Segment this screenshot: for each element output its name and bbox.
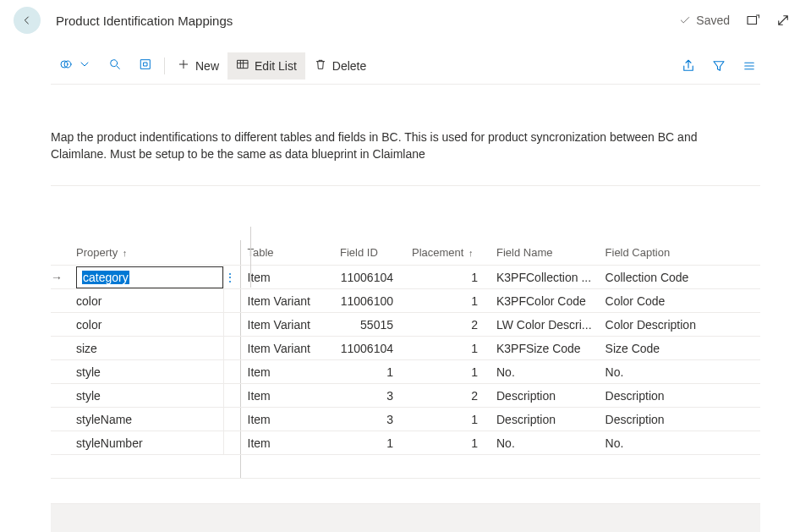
cell-field-caption[interactable]: Description	[599, 384, 760, 408]
cell-table[interactable]: Item Variant	[240, 337, 333, 360]
cell-field-id[interactable]: 55015	[333, 313, 405, 337]
cell-property[interactable]: color	[71, 289, 223, 313]
row-menu-button[interactable]	[223, 337, 240, 360]
row-menu-button[interactable]	[223, 384, 240, 408]
table-row[interactable]: styleNameItem31DescriptionDescription	[51, 408, 760, 431]
share-button[interactable]	[681, 58, 696, 74]
cell-table[interactable]: Item	[240, 408, 333, 431]
table-row[interactable]: styleNumberItem11No.No.	[51, 431, 760, 455]
empty-cell[interactable]	[223, 455, 240, 479]
delete-button[interactable]: Delete	[305, 52, 375, 80]
action-toolbar: New Edit List Delete	[51, 47, 760, 85]
cell-property[interactable]: styleNumber	[71, 431, 223, 455]
cell-field-caption[interactable]: Color Code	[599, 289, 760, 313]
cell-placement[interactable]: 2	[405, 313, 490, 337]
edit-list-button[interactable]: Edit List	[227, 52, 305, 80]
cell-field-name[interactable]: K3PFColor Code	[490, 289, 599, 313]
row-menu-button[interactable]	[223, 289, 240, 313]
cell-field-caption[interactable]: Description	[599, 408, 760, 431]
svg-rect-5	[144, 63, 147, 66]
cell-field-caption[interactable]: Collection Code	[599, 266, 760, 289]
cell-field-caption[interactable]: Color Description	[599, 313, 760, 337]
table-row[interactable]: colorItem Variant110061001K3PFColor Code…	[51, 289, 760, 313]
cell-placement[interactable]: 2	[405, 384, 490, 408]
table-row-empty[interactable]	[51, 455, 760, 479]
cell-field-name[interactable]: Description	[490, 408, 599, 431]
property-input[interactable]: category	[76, 266, 223, 288]
cell-field-name[interactable]: K3PFCollection ...	[490, 266, 599, 289]
cell-field-id[interactable]: 11006100	[333, 289, 405, 313]
cell-table[interactable]: Item	[240, 266, 333, 289]
cell-property[interactable]: size	[71, 337, 223, 360]
focus-mode-button[interactable]	[130, 52, 161, 80]
column-field-name[interactable]: Field Name	[490, 240, 599, 266]
cell-field-caption[interactable]: No.	[599, 360, 760, 384]
table-row[interactable]: colorItem Variant550152LW Color Descri..…	[51, 313, 760, 337]
cell-property[interactable]: styleName	[71, 408, 223, 431]
row-menu-button[interactable]: ⋮	[223, 266, 240, 289]
table-row[interactable]: sizeItem Variant110061041K3PFSize CodeSi…	[51, 337, 760, 360]
cell-placement[interactable]: 1	[405, 266, 490, 289]
column-field-id[interactable]: Field ID	[333, 240, 405, 266]
cell-property[interactable]: category	[71, 266, 223, 289]
cell-field-name[interactable]: LW Color Descri...	[490, 313, 599, 337]
cell-field-name[interactable]: No.	[490, 360, 599, 384]
cell-property[interactable]: style	[71, 384, 223, 408]
row-menu-button[interactable]	[223, 313, 240, 337]
edit-list-icon	[236, 58, 249, 74]
cell-field-id[interactable]: 1	[333, 360, 405, 384]
cell-table[interactable]: Item Variant	[240, 289, 333, 313]
row-menu-button[interactable]	[223, 431, 240, 455]
column-field-caption-label: Field Caption	[606, 246, 671, 259]
table-row[interactable]: styleItem32DescriptionDescription	[51, 384, 760, 408]
column-field-caption[interactable]: Field Caption	[599, 240, 760, 266]
empty-cell[interactable]	[490, 455, 599, 479]
list-view-button[interactable]	[742, 58, 757, 74]
cell-field-id[interactable]: 11006104	[333, 266, 405, 289]
table-row[interactable]: styleItem11No.No.	[51, 360, 760, 384]
expand-button[interactable]	[775, 13, 791, 28]
column-property[interactable]: Property ↑	[71, 240, 223, 266]
column-table[interactable]: Table	[240, 240, 333, 266]
filter-button[interactable]	[711, 58, 726, 74]
cell-property[interactable]: color	[71, 313, 223, 337]
cell-field-name[interactable]: K3PFSize Code	[490, 337, 599, 360]
empty-cell[interactable]	[405, 455, 490, 479]
search-button[interactable]	[100, 52, 130, 80]
cell-field-name[interactable]: Description	[490, 384, 599, 408]
cell-property[interactable]: style	[71, 360, 223, 384]
cell-field-id[interactable]: 1	[333, 431, 405, 455]
cell-placement[interactable]: 1	[405, 360, 490, 384]
cell-table[interactable]: Item	[240, 384, 333, 408]
back-button[interactable]	[14, 7, 41, 34]
column-splitter[interactable]	[250, 227, 251, 288]
view-options-button[interactable]	[51, 52, 100, 80]
cell-placement[interactable]: 1	[405, 408, 490, 431]
cell-table[interactable]: Item	[240, 431, 333, 455]
cell-field-caption[interactable]: Size Code	[599, 337, 760, 360]
cell-placement[interactable]: 1	[405, 337, 490, 360]
cell-field-caption[interactable]: No.	[599, 431, 760, 455]
cell-field-name[interactable]: No.	[490, 431, 599, 455]
cell-table[interactable]: Item	[240, 360, 333, 384]
empty-cell[interactable]	[51, 455, 71, 479]
row-menu-button[interactable]	[223, 360, 240, 384]
new-button[interactable]: New	[168, 52, 227, 80]
cell-field-id[interactable]: 3	[333, 408, 405, 431]
empty-cell[interactable]	[599, 455, 760, 479]
cell-table[interactable]: Item Variant	[240, 313, 333, 337]
row-menu-button[interactable]	[223, 408, 240, 431]
row-indicator	[51, 431, 71, 455]
table-row[interactable]: →category⋮Item110061041K3PFCollection ..…	[51, 266, 760, 289]
cell-field-id[interactable]: 11006104	[333, 337, 405, 360]
cell-placement[interactable]: 1	[405, 289, 490, 313]
sort-asc-icon: ↑	[469, 248, 474, 258]
open-in-new-window-button[interactable]	[745, 13, 760, 28]
row-indicator	[51, 337, 71, 360]
empty-cell[interactable]	[71, 455, 223, 479]
cell-placement[interactable]: 1	[405, 431, 490, 455]
empty-cell[interactable]	[333, 455, 405, 479]
empty-cell[interactable]	[240, 455, 333, 479]
cell-field-id[interactable]: 3	[333, 384, 405, 408]
column-placement[interactable]: Placement ↑	[405, 240, 490, 266]
